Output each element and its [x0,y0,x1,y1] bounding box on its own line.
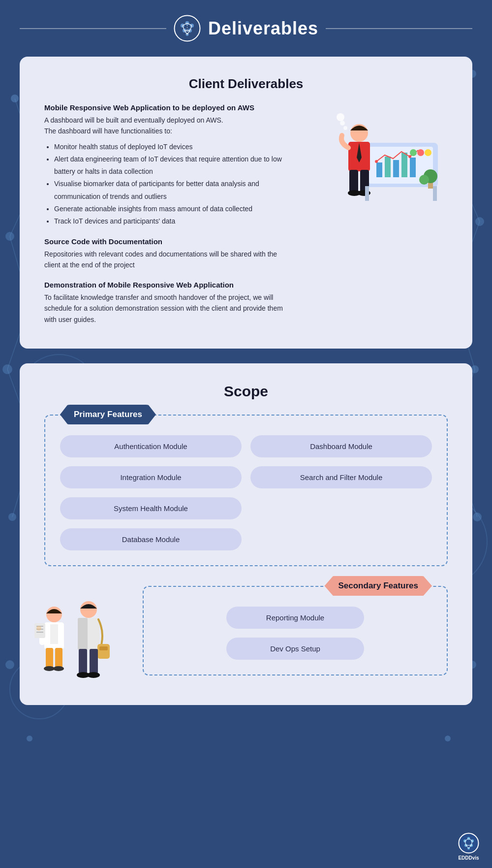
secondary-features-badge: Secondary Features [324,576,432,596]
svg-rect-94 [97,644,110,659]
svg-rect-95 [99,646,108,650]
svg-rect-53 [376,162,382,177]
section2-body: Repositories with relevant codes and doc… [44,249,286,271]
svg-point-91 [80,601,97,618]
bullet-3: Visualise biomarker data of participants… [54,178,286,202]
section3-body: To facilitate knowledge transfer and smo… [44,292,286,325]
svg-rect-97 [90,649,98,674]
svg-rect-93 [78,618,88,650]
bullet-5: Track IoT devices and participants' data [54,215,286,227]
bullet-2: Alert data engineering team of IoT devic… [54,153,286,178]
svg-point-62 [410,149,417,156]
footer-logo-text: EDDDvis [458,855,479,861]
page-title: Deliverables [208,18,318,39]
secondary-modules-list: Reporting Module Dev Ops Setup [158,607,432,660]
section1-bullets: Monitor health status of deployed IoT de… [44,141,286,227]
deliverables-text-area: Mobile Responsive Web Application to be … [44,103,286,325]
svg-rect-81 [46,648,53,668]
footer-logo: EDDDvis [458,832,480,861]
page-header: Deliverables [20,15,472,42]
footer-brain-icon [458,832,480,854]
deliverables-content: Mobile Responsive Web Application to be … [44,103,448,325]
svg-point-99 [87,672,100,678]
svg-point-25 [445,736,451,741]
module-authentication: Authentication Module [60,435,242,457]
svg-point-58 [375,160,378,163]
svg-point-59 [408,155,411,158]
bullet-4: Generate actionable insights from mass a… [54,203,286,215]
module-dashboard: Dashboard Module [250,435,432,457]
scope-card: Scope Primary Features Authentication Mo… [20,363,472,705]
scope-title: Scope [44,383,448,400]
module-integration: Integration Module [60,466,242,488]
svg-point-83 [44,666,55,671]
primary-features-section: Primary Features Authentication Module D… [44,415,448,566]
svg-point-84 [53,666,64,671]
module-search-filter: Search and Filter Module [250,466,432,488]
svg-rect-66 [349,170,358,192]
deliverables-title: Client Deliverables [44,76,448,92]
svg-point-78 [46,607,62,622]
section1-intro: A dashboard will be built and eventually… [44,115,286,137]
svg-point-9 [27,736,32,741]
module-system-health: System Health Module [60,497,242,519]
svg-rect-86 [34,623,45,638]
svg-rect-96 [79,649,87,674]
module-devops: Dev Ops Setup [226,638,364,660]
svg-point-77 [419,175,429,185]
primary-modules-grid: Authentication Module Dashboard Module I… [60,435,432,550]
module-database: Database Module [60,528,242,550]
bullet-1: Monitor health status of deployed IoT de… [54,141,286,153]
section3-heading: Demonstration of Mobile Responsive Web A… [44,281,286,289]
svg-rect-82 [55,648,62,668]
svg-rect-80 [50,624,58,644]
header-line-left [20,28,166,29]
svg-point-61 [425,149,431,156]
svg-rect-74 [433,186,437,201]
svg-point-71 [340,121,345,126]
section1-heading: Mobile Responsive Web Application to be … [44,103,286,112]
brain-icon [174,15,201,42]
svg-rect-55 [393,160,399,177]
svg-point-100 [459,834,479,853]
section2-heading: Source Code with Documentation [44,237,286,246]
svg-rect-56 [401,153,407,177]
secondary-features-section: Secondary Features Reporting Module Dev … [143,586,448,675]
svg-rect-73 [365,186,369,201]
svg-point-60 [417,149,424,156]
svg-point-90 [36,626,41,631]
svg-rect-57 [410,158,416,177]
svg-point-70 [343,126,347,130]
module-reporting: Reporting Module [226,607,364,629]
svg-rect-54 [385,157,391,177]
svg-point-72 [337,113,344,121]
primary-features-badge: Primary Features [60,405,156,424]
bottom-illustration [30,595,118,695]
header-line-right [326,28,472,29]
illustration [335,103,443,217]
svg-point-36 [174,16,200,41]
deliverables-card: Client Deliverables [20,57,472,349]
